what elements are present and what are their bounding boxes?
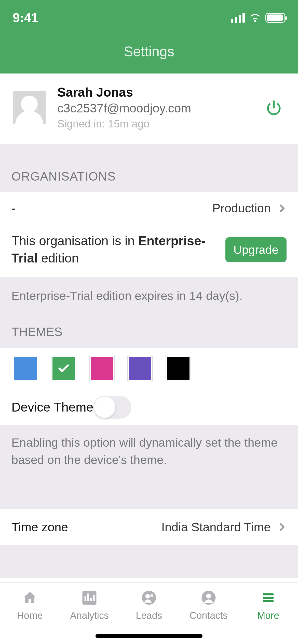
theme-swatch[interactable] [166,356,191,381]
status-bar: 9:41 [0,0,298,31]
device-theme-label: Device Theme [11,400,93,415]
svg-rect-13 [263,597,274,599]
more-icon [259,588,278,607]
svg-rect-5 [90,598,92,601]
tab-analytics[interactable]: Analytics [64,588,115,621]
timezone-row[interactable]: Time zone India Standard Time [0,509,298,545]
chevron-right-icon [278,523,287,531]
timezone-value: India Standard Time [161,520,271,534]
theme-swatch[interactable] [127,356,153,381]
organisation-env: Production [212,201,271,215]
svg-point-9 [150,594,153,597]
tab-home[interactable]: Home [4,588,55,621]
tab-bar: HomeAnalyticsLeadsContactsMore [0,582,298,644]
home-indicator [96,634,202,638]
themes-header: THEMES [0,307,298,348]
svg-rect-6 [93,595,95,601]
profile-info: Sarah Jonas c3c2537f@moodjoy.com Signed … [57,85,262,130]
wifi-icon [249,12,261,24]
profile-name: Sarah Jonas [57,85,262,100]
device-theme-toggle[interactable] [93,396,131,419]
theme-swatch[interactable] [89,356,115,381]
svg-rect-12 [263,593,274,595]
timezone-label: Time zone [11,520,68,534]
edition-text: This organisation is in Enterprise-Trial… [11,232,225,267]
theme-swatch[interactable] [51,356,76,381]
tab-more[interactable]: More [243,588,294,621]
organisation-name: - [11,201,16,215]
tab-leads[interactable]: Leads [124,588,174,621]
edition-expiry-text: Enterprise-Trial edition expires in 14 d… [0,277,298,307]
battery-icon [265,13,285,23]
device-theme-hint: Enabling this option will dynamically se… [0,425,298,481]
svg-rect-3 [85,596,86,601]
tab-label: Contacts [189,610,228,621]
analytics-icon [80,588,99,607]
tab-label: Home [17,610,43,621]
tab-contacts[interactable]: Contacts [183,588,234,621]
svg-point-11 [206,593,211,598]
theme-swatch[interactable] [13,356,38,381]
status-time: 9:41 [13,10,38,25]
avatar-icon [13,91,46,124]
svg-rect-4 [87,593,89,601]
upgrade-button[interactable]: Upgrade [225,237,287,262]
leads-icon [140,588,159,607]
device-theme-row: Device Theme [0,389,298,425]
contacts-icon [199,588,218,607]
chevron-right-icon [278,204,287,213]
tab-label: More [257,610,279,621]
status-icons [231,12,285,24]
home-icon [20,588,39,607]
organisation-row[interactable]: - Production [0,192,298,224]
svg-point-8 [145,594,150,598]
svg-rect-14 [263,600,274,602]
tab-label: Analytics [70,610,109,621]
power-icon[interactable] [262,99,285,116]
profile-row[interactable]: Sarah Jonas c3c2537f@moodjoy.com Signed … [0,74,298,144]
tab-label: Leads [136,610,162,621]
theme-swatch-row [0,348,298,389]
profile-signed-in: Signed in: 15m ago [57,118,262,130]
page-title: Settings [0,31,298,74]
organisations-header: ORGANISATIONS [0,144,298,192]
cellular-icon [231,13,245,23]
profile-email: c3c2537f@moodjoy.com [57,101,262,115]
edition-row: This organisation is in Enterprise-Trial… [0,224,298,277]
check-icon [57,362,70,375]
app-header: 9:41 Settings [0,0,298,74]
